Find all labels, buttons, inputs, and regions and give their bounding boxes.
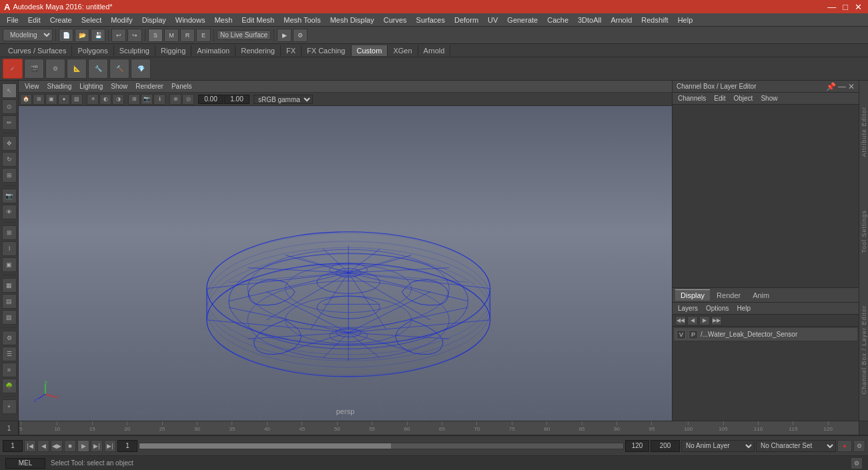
vp-wireframe-btn[interactable]: ▣ <box>45 94 57 105</box>
shelf-tab-polygons[interactable]: Polygons <box>72 45 113 56</box>
vp-camera-btn[interactable]: 📷 <box>141 94 153 105</box>
select-tool-btn[interactable]: ↖ <box>2 83 17 98</box>
prev-frame-btn[interactable]: ◀ <box>37 440 49 452</box>
vp-smooth-btn[interactable]: ● <box>58 94 70 105</box>
vp-colorspace-dropdown[interactable]: sRGB gamma <box>254 95 313 104</box>
new-scene-btn[interactable]: 📄 <box>59 29 73 42</box>
vp-frame-btn[interactable]: ⊞ <box>33 94 45 105</box>
vp-ao-btn[interactable]: ◑ <box>112 94 124 105</box>
menu-3dtoall[interactable]: 3DtoAll <box>574 15 605 25</box>
maximize-btn[interactable]: □ <box>841 2 850 12</box>
live-surface-btn[interactable]: No Live Surface <box>217 30 271 40</box>
scale-mode-btn[interactable]: E <box>196 29 211 42</box>
layer-fwd-btn[interactable]: ▶ <box>699 316 710 325</box>
shelf-tab-curves[interactable]: Curves / Surfaces <box>3 45 72 56</box>
menu-cache[interactable]: Cache <box>543 15 572 25</box>
close-btn[interactable]: ✕ <box>853 2 864 12</box>
menu-edit[interactable]: Edit <box>24 15 45 25</box>
layer-prev-btn[interactable]: ◀◀ <box>675 316 686 325</box>
shelf-tab-sculpting[interactable]: Sculpting <box>114 45 155 56</box>
menu-file[interactable]: File <box>3 15 23 25</box>
tool-settings-tab[interactable]: Tool Settings <box>861 207 867 256</box>
snap-surface-btn[interactable]: ▣ <box>2 257 17 272</box>
range-end-input[interactable] <box>625 440 649 452</box>
render-view-btn[interactable]: ▤ <box>2 294 17 309</box>
vp-lights-btn[interactable]: ☀ <box>87 94 99 105</box>
vp-menu-renderer[interactable]: Renderer <box>132 82 167 91</box>
rp-menu-edit[interactable]: Edit <box>711 94 728 103</box>
paint-select-btn[interactable]: ✏ <box>2 115 17 130</box>
menu-redshift[interactable]: Redshift <box>637 15 672 25</box>
render-options-btn[interactable]: ⚙ <box>293 29 308 42</box>
menu-mesh-tools[interactable]: Mesh Tools <box>280 15 324 25</box>
rotate-mode-btn[interactable]: R <box>180 29 195 42</box>
menu-deform[interactable]: Deform <box>450 15 482 25</box>
menu-edit-mesh[interactable]: Edit Mesh <box>238 15 278 25</box>
viewport-canvas[interactable]: x y z persp <box>19 106 672 421</box>
attr-editor-btn[interactable]: ≡ <box>2 363 17 377</box>
shelf-tab-arnold[interactable]: Arnold <box>418 45 451 56</box>
shelf-tab-rendering[interactable]: Rendering <box>236 45 281 56</box>
menu-mesh-display[interactable]: Mesh Display <box>326 15 378 25</box>
shelf-icon-4[interactable]: 📐 <box>67 59 87 79</box>
layer-tab-render[interactable]: Render <box>711 290 746 301</box>
attr-editor-tab[interactable]: Attribute Editor <box>861 104 867 160</box>
menu-create[interactable]: Create <box>46 15 76 25</box>
menu-curves[interactable]: Curves <box>380 15 411 25</box>
rp-pin-btn[interactable]: 📌 <box>826 82 836 91</box>
open-scene-btn[interactable]: 📂 <box>75 29 89 42</box>
layer-end-btn[interactable]: ▶▶ <box>711 316 722 325</box>
camera-btn[interactable]: 📷 <box>2 189 17 203</box>
render-region-btn[interactable]: ▦ <box>2 278 17 293</box>
rotate-tool-btn[interactable]: ↻ <box>2 152 17 167</box>
keying-settings-btn[interactable]: ⚙ <box>853 440 865 452</box>
anim-layer-dropdown[interactable]: No Anim Layer <box>681 440 755 452</box>
undo-btn[interactable]: ↩ <box>111 29 126 42</box>
timeline-track[interactable]: 5101520253035404550556065707580859095100… <box>19 421 859 435</box>
workspace-dropdown[interactable]: Modeling <box>3 29 53 41</box>
save-scene-btn[interactable]: 💾 <box>91 29 105 42</box>
shelf-tab-fxcaching[interactable]: FX Caching <box>302 45 351 56</box>
layer-visibility-btn[interactable]: V <box>677 330 686 339</box>
select-mode-btn[interactable]: S <box>148 29 163 42</box>
vp-value1-input[interactable] <box>198 95 224 104</box>
shelf-icon-2[interactable]: 🎬 <box>24 59 44 79</box>
menu-windows[interactable]: Windows <box>171 15 209 25</box>
menu-arnold[interactable]: Arnold <box>606 15 636 25</box>
vp-menu-show[interactable]: Show <box>107 82 131 91</box>
timeline-range-bar[interactable] <box>139 443 624 449</box>
auto-key-btn[interactable]: ● <box>837 440 852 452</box>
rp-menu-object[interactable]: Object <box>731 94 756 103</box>
menu-mesh[interactable]: Mesh <box>210 15 236 25</box>
menu-uv[interactable]: UV <box>484 15 502 25</box>
char-set-dropdown[interactable]: No Character Set <box>756 440 836 452</box>
layer-playback-btn[interactable]: P <box>689 330 698 339</box>
rp-minimize-btn[interactable]: — <box>838 82 846 91</box>
rp-close-btn[interactable]: ✕ <box>848 82 855 91</box>
range-start-input[interactable] <box>117 440 137 452</box>
stop-btn[interactable]: ■ <box>64 440 76 452</box>
vp-value2-input[interactable] <box>224 95 250 104</box>
layer-menu-layers[interactable]: Layers <box>675 304 701 313</box>
layer-back-btn[interactable]: ◀ <box>687 316 698 325</box>
vp-menu-view[interactable]: View <box>21 82 43 91</box>
vp-shadows-btn[interactable]: ◐ <box>99 94 111 105</box>
outliner-btn[interactable]: 🌳 <box>2 379 17 393</box>
move-mode-btn[interactable]: M <box>164 29 179 42</box>
next-frame-btn[interactable]: ▶| <box>91 440 103 452</box>
channel-box-tab[interactable]: Channel Box / Layer Editor <box>861 303 867 397</box>
layer-menu-help[interactable]: Help <box>734 304 753 313</box>
vp-menu-lighting[interactable]: Lighting <box>76 82 106 91</box>
layer-menu-options[interactable]: Options <box>703 304 731 313</box>
shelf-icon-3[interactable]: ⚙ <box>45 59 65 79</box>
script-mode-label[interactable]: MEL <box>5 458 45 469</box>
menu-display[interactable]: Display <box>138 15 170 25</box>
tool-settings-btn[interactable]: ⚙ <box>2 331 17 345</box>
menu-select[interactable]: Select <box>77 15 106 25</box>
redo-btn[interactable]: ↪ <box>127 29 142 42</box>
vp-hud-btn[interactable]: ℹ <box>153 94 165 105</box>
rp-menu-channels[interactable]: Channels <box>675 94 709 103</box>
view-btn[interactable]: 👁 <box>2 205 17 219</box>
vp-menu-panels[interactable]: Panels <box>168 82 195 91</box>
shelf-tab-custom[interactable]: Custom <box>352 45 388 56</box>
